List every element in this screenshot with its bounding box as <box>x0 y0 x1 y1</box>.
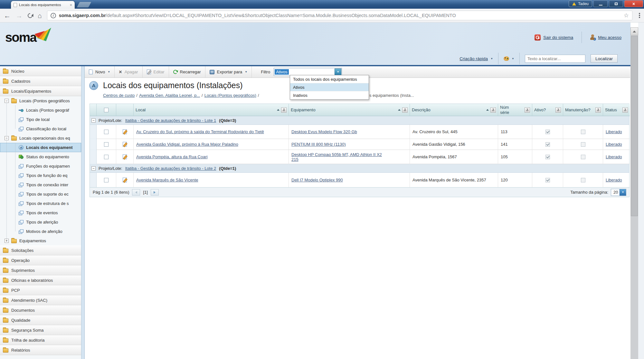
collapse-icon[interactable]: − <box>91 118 96 123</box>
browser-profile-button[interactable]: Tadeu <box>569 0 592 7</box>
filter-button-icon[interactable] <box>555 107 561 113</box>
column-header-manutencao[interactable]: Manutenção? <box>563 104 603 116</box>
local-link[interactable]: Avenida Gastão Vidigal, próximo à Rua Ma… <box>136 142 238 147</box>
sidebar-item-tipos-de-conexao[interactable]: Tipos de conexão inter <box>0 180 81 189</box>
collapse-icon[interactable]: − <box>91 166 96 170</box>
select-dropdown-button[interactable]: ▼ <box>620 189 626 196</box>
maximize-button[interactable] <box>609 0 623 7</box>
url-bar[interactable]: i soma.sigaerp.com.br/default.aspx#Short… <box>47 11 632 20</box>
edit-row-icon[interactable] <box>123 142 127 147</box>
breadcrumb-link[interactable]: Centros de custo <box>103 93 135 98</box>
quick-create-link[interactable]: Criação rápida ▼ <box>459 56 493 61</box>
forward-button[interactable]: → <box>16 12 23 19</box>
my-access-link[interactable]: i Meu acesso <box>590 34 621 40</box>
sidebar-item-operacao[interactable]: Operação <box>0 255 81 265</box>
edit-button[interactable]: Editar <box>143 66 169 78</box>
sidebar-item-qualidade[interactable]: Qualidade <box>0 315 81 325</box>
filter-button-icon[interactable] <box>595 107 601 113</box>
row-checkbox[interactable] <box>104 142 109 147</box>
filter-button-icon[interactable] <box>525 107 530 113</box>
row-checkbox[interactable] <box>104 155 109 159</box>
scrollbar-thumb[interactable] <box>631 36 638 216</box>
column-header-equipamento[interactable]: Equipamento <box>289 104 410 116</box>
reload-button[interactable] <box>27 12 33 19</box>
sidebar-item-relatorios[interactable]: Relatórios <box>0 345 81 355</box>
sidebar-item-suprimentos[interactable]: Suprimentos <box>0 265 81 275</box>
local-link[interactable]: Avenida Marquês de São Vicente <box>136 178 198 182</box>
current-page[interactable]: [1] <box>143 190 147 195</box>
sidebar-item-tipo-de-local[interactable]: Tipo de local <box>0 115 81 124</box>
sidebar-item-classificacao-do-local[interactable]: Classificação do local <box>0 124 81 133</box>
new-tab-button[interactable] <box>77 2 91 7</box>
sidebar-item-locais-equipamentos[interactable]: Locais/Equipamentos <box>0 86 81 96</box>
sidebar-item-locais-dos-equipamentos[interactable]: ALocais dos equipament <box>0 143 81 152</box>
sidebar-item-tipos-de-eventos[interactable]: Tipos de eventos <box>0 208 81 217</box>
filter-option-todos[interactable]: Todos os locais dos equipamentos <box>290 75 369 83</box>
sidebar-item-documentos[interactable]: Documentos <box>0 305 81 315</box>
sidebar-item-tipos-de-afericao[interactable]: Tipos de aferição <box>0 217 81 227</box>
edit-row-icon[interactable] <box>123 178 127 182</box>
sidebar-item-funcoes-do-equipamento[interactable]: Funções do equipamen <box>0 161 81 171</box>
sidebar-item-nucleo[interactable]: Núcleo <box>0 66 81 76</box>
column-header-local[interactable]: Local <box>134 104 289 116</box>
equipamento-link[interactable]: Desktop Evus Modelo Flow 320 Gb <box>291 129 357 134</box>
sidebar-item-locais-operacionais[interactable]: −Locais operacionais dos eq <box>0 133 81 143</box>
export-button[interactable]: Exportar para▼ <box>205 66 252 78</box>
site-info-icon[interactable]: i <box>51 13 56 18</box>
delete-button[interactable]: ×Apagar <box>115 66 142 78</box>
equipamento-link[interactable]: Desktop HP Compaq 505b MT, AMD Athlon II… <box>291 152 387 162</box>
logout-link[interactable]: Sair do sistema <box>535 34 573 41</box>
breadcrumb-link[interactable]: Locais (Pontos geográficos) <box>204 93 256 98</box>
sidebar-item-atendimento-sac[interactable]: Atendimento (SAC) <box>0 295 81 305</box>
filter-option-ativos[interactable]: Ativos <box>290 83 369 91</box>
sidebar-item-tipos-de-suporte[interactable]: Tipos de suporte do ec <box>0 189 81 199</box>
equipamento-link[interactable]: PENTIUM III 800 MHz (1130) <box>291 142 346 147</box>
scroll-up-button[interactable] <box>630 27 638 35</box>
group-link[interactable]: Itatiba - Gestão de autuações de trânsit… <box>125 166 216 171</box>
filter-button-icon[interactable] <box>402 107 408 113</box>
select-all-checkbox[interactable] <box>104 108 109 112</box>
sidebar-item-seguranca-soma[interactable]: Segurança Soma <box>0 325 81 335</box>
bookmark-star-icon[interactable]: ☆ <box>624 12 629 19</box>
tab-close-icon[interactable]: × <box>70 3 72 7</box>
filter-button-icon[interactable] <box>622 107 628 113</box>
new-button[interactable]: Novo▼ <box>85 66 115 78</box>
prev-page-button[interactable] <box>132 189 140 196</box>
sidebar-item-equipamentos[interactable]: +Equipamentos <box>0 236 81 245</box>
column-header-descricao[interactable]: Descrição <box>410 104 498 116</box>
column-header-status[interactable]: Status <box>603 104 630 116</box>
local-link[interactable]: Avenida Pompéia, altura da Rua Coari <box>136 154 208 159</box>
sidebar-item-pcp[interactable]: PCP <box>0 285 81 295</box>
browser-menu-icon[interactable] <box>639 13 640 18</box>
back-button[interactable]: ← <box>4 12 11 19</box>
sidebar-item-trilha-de-auditoria[interactable]: Trilha de auditoria <box>0 335 81 345</box>
search-input[interactable] <box>525 55 585 63</box>
sidebar-item-tipos-de-funcao[interactable]: Tipos de função do eq <box>0 171 81 180</box>
column-header-num-serie[interactable]: Núm série <box>498 104 532 116</box>
search-button[interactable]: Localizar <box>591 54 618 63</box>
status-link[interactable]: Liberado <box>606 154 622 159</box>
sidebar-item-solicitacoes[interactable]: Solicitações <box>0 245 81 255</box>
sidebar-item-oficinas[interactable]: Oficinas e laboratórios <box>0 275 81 285</box>
edit-row-icon[interactable] <box>123 154 127 159</box>
breadcrumb-link[interactable]: Avenida Gen. Ataliba Leonel, p... <box>139 93 200 98</box>
row-checkbox[interactable] <box>104 130 109 134</box>
group-link[interactable]: Itatiba - Gestão de autuações de trânsit… <box>125 118 216 123</box>
status-link[interactable]: Liberado <box>606 178 622 182</box>
equipamento-link[interactable]: Dell I7 Modelo Optiplex 990 <box>291 178 343 182</box>
filter-button-icon[interactable] <box>281 107 287 113</box>
sidebar-item-locais-pontos[interactable]: Locais (Pontos geográf <box>0 106 81 115</box>
close-button[interactable]: × <box>624 0 643 7</box>
status-link[interactable]: Liberado <box>606 129 622 134</box>
sidebar-item-tipos-de-estrutura[interactable]: Tipos de estrutura de s <box>0 199 81 208</box>
sidebar-item-cadastros[interactable]: Cadastros <box>0 76 81 86</box>
vertical-scrollbar[interactable] <box>630 27 638 359</box>
sidebar-item-motivos-de-afericao[interactable]: Motivos de aferição <box>0 227 81 236</box>
local-link[interactable]: Av. Cruzeiro do Sul, próximo à saída do … <box>136 129 264 134</box>
browser-tab[interactable]: Locais dos equipamentos × <box>11 1 75 9</box>
status-link[interactable]: Liberado <box>606 142 622 147</box>
minimize-button[interactable] <box>593 0 608 7</box>
filter-button-icon[interactable] <box>490 107 496 113</box>
column-header-ativo[interactable]: Ativo? <box>532 104 563 116</box>
row-checkbox[interactable] <box>104 178 109 182</box>
